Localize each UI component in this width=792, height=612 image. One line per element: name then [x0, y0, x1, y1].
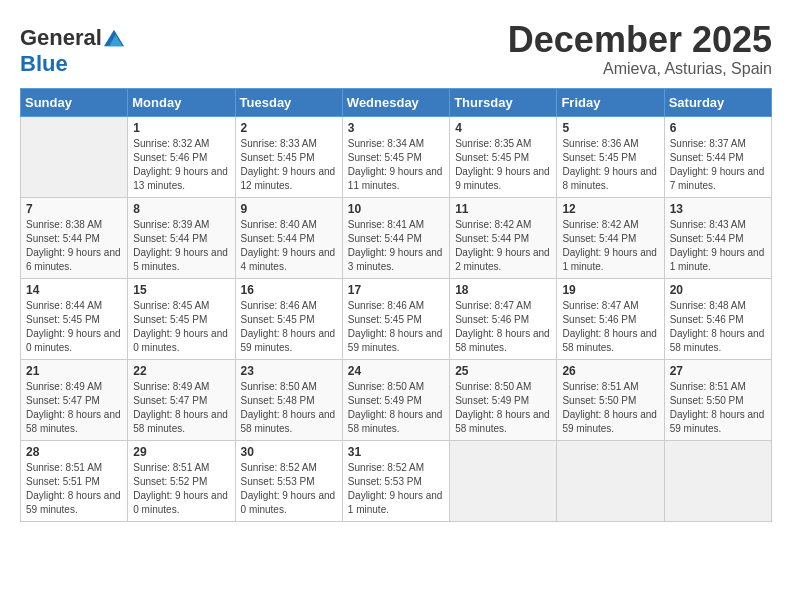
calendar-cell: 30Sunrise: 8:52 AMSunset: 5:53 PMDayligh…	[235, 440, 342, 521]
day-detail: Sunrise: 8:51 AMSunset: 5:50 PMDaylight:…	[670, 380, 766, 436]
day-detail: Sunrise: 8:46 AMSunset: 5:45 PMDaylight:…	[348, 299, 444, 355]
calendar-cell: 19Sunrise: 8:47 AMSunset: 5:46 PMDayligh…	[557, 278, 664, 359]
day-number: 28	[26, 445, 122, 459]
calendar-week-row: 21Sunrise: 8:49 AMSunset: 5:47 PMDayligh…	[21, 359, 772, 440]
calendar-cell	[557, 440, 664, 521]
day-number: 11	[455, 202, 551, 216]
calendar-cell: 6Sunrise: 8:37 AMSunset: 5:44 PMDaylight…	[664, 116, 771, 197]
day-number: 20	[670, 283, 766, 297]
day-detail: Sunrise: 8:32 AMSunset: 5:46 PMDaylight:…	[133, 137, 229, 193]
calendar-cell: 13Sunrise: 8:43 AMSunset: 5:44 PMDayligh…	[664, 197, 771, 278]
day-detail: Sunrise: 8:39 AMSunset: 5:44 PMDaylight:…	[133, 218, 229, 274]
calendar-cell: 21Sunrise: 8:49 AMSunset: 5:47 PMDayligh…	[21, 359, 128, 440]
day-detail: Sunrise: 8:41 AMSunset: 5:44 PMDaylight:…	[348, 218, 444, 274]
calendar-cell: 18Sunrise: 8:47 AMSunset: 5:46 PMDayligh…	[450, 278, 557, 359]
day-number: 2	[241, 121, 337, 135]
day-detail: Sunrise: 8:51 AMSunset: 5:51 PMDaylight:…	[26, 461, 122, 517]
day-detail: Sunrise: 8:52 AMSunset: 5:53 PMDaylight:…	[241, 461, 337, 517]
calendar-cell: 16Sunrise: 8:46 AMSunset: 5:45 PMDayligh…	[235, 278, 342, 359]
calendar-cell: 8Sunrise: 8:39 AMSunset: 5:44 PMDaylight…	[128, 197, 235, 278]
logo-icon	[104, 28, 124, 48]
calendar-cell: 28Sunrise: 8:51 AMSunset: 5:51 PMDayligh…	[21, 440, 128, 521]
day-detail: Sunrise: 8:43 AMSunset: 5:44 PMDaylight:…	[670, 218, 766, 274]
day-detail: Sunrise: 8:51 AMSunset: 5:50 PMDaylight:…	[562, 380, 658, 436]
day-number: 22	[133, 364, 229, 378]
calendar-cell: 25Sunrise: 8:50 AMSunset: 5:49 PMDayligh…	[450, 359, 557, 440]
day-number: 26	[562, 364, 658, 378]
calendar-cell: 5Sunrise: 8:36 AMSunset: 5:45 PMDaylight…	[557, 116, 664, 197]
calendar-cell: 9Sunrise: 8:40 AMSunset: 5:44 PMDaylight…	[235, 197, 342, 278]
day-detail: Sunrise: 8:33 AMSunset: 5:45 PMDaylight:…	[241, 137, 337, 193]
day-number: 30	[241, 445, 337, 459]
day-detail: Sunrise: 8:52 AMSunset: 5:53 PMDaylight:…	[348, 461, 444, 517]
day-number: 6	[670, 121, 766, 135]
page-header: General Blue December 2025 Amieva, Astur…	[20, 20, 772, 78]
calendar-cell: 24Sunrise: 8:50 AMSunset: 5:49 PMDayligh…	[342, 359, 449, 440]
day-detail: Sunrise: 8:51 AMSunset: 5:52 PMDaylight:…	[133, 461, 229, 517]
day-detail: Sunrise: 8:34 AMSunset: 5:45 PMDaylight:…	[348, 137, 444, 193]
calendar-cell: 29Sunrise: 8:51 AMSunset: 5:52 PMDayligh…	[128, 440, 235, 521]
day-number: 14	[26, 283, 122, 297]
day-number: 29	[133, 445, 229, 459]
day-of-week-header: Saturday	[664, 88, 771, 116]
calendar-cell: 10Sunrise: 8:41 AMSunset: 5:44 PMDayligh…	[342, 197, 449, 278]
day-number: 4	[455, 121, 551, 135]
day-number: 21	[26, 364, 122, 378]
day-detail: Sunrise: 8:37 AMSunset: 5:44 PMDaylight:…	[670, 137, 766, 193]
calendar-week-row: 28Sunrise: 8:51 AMSunset: 5:51 PMDayligh…	[21, 440, 772, 521]
day-number: 16	[241, 283, 337, 297]
day-number: 18	[455, 283, 551, 297]
day-number: 12	[562, 202, 658, 216]
day-of-week-header: Monday	[128, 88, 235, 116]
day-number: 9	[241, 202, 337, 216]
day-number: 24	[348, 364, 444, 378]
day-number: 27	[670, 364, 766, 378]
day-detail: Sunrise: 8:42 AMSunset: 5:44 PMDaylight:…	[562, 218, 658, 274]
day-number: 1	[133, 121, 229, 135]
calendar-table: SundayMondayTuesdayWednesdayThursdayFrid…	[20, 88, 772, 522]
calendar-cell: 31Sunrise: 8:52 AMSunset: 5:53 PMDayligh…	[342, 440, 449, 521]
day-detail: Sunrise: 8:50 AMSunset: 5:48 PMDaylight:…	[241, 380, 337, 436]
day-detail: Sunrise: 8:49 AMSunset: 5:47 PMDaylight:…	[26, 380, 122, 436]
logo-general-text: General	[20, 25, 102, 51]
day-detail: Sunrise: 8:50 AMSunset: 5:49 PMDaylight:…	[348, 380, 444, 436]
calendar-cell: 23Sunrise: 8:50 AMSunset: 5:48 PMDayligh…	[235, 359, 342, 440]
calendar-cell: 20Sunrise: 8:48 AMSunset: 5:46 PMDayligh…	[664, 278, 771, 359]
day-of-week-header: Wednesday	[342, 88, 449, 116]
day-detail: Sunrise: 8:46 AMSunset: 5:45 PMDaylight:…	[241, 299, 337, 355]
location-title: Amieva, Asturias, Spain	[508, 60, 772, 78]
calendar-cell: 26Sunrise: 8:51 AMSunset: 5:50 PMDayligh…	[557, 359, 664, 440]
day-of-week-header: Thursday	[450, 88, 557, 116]
day-detail: Sunrise: 8:35 AMSunset: 5:45 PMDaylight:…	[455, 137, 551, 193]
day-detail: Sunrise: 8:44 AMSunset: 5:45 PMDaylight:…	[26, 299, 122, 355]
logo-blue-text: Blue	[20, 51, 68, 77]
day-detail: Sunrise: 8:45 AMSunset: 5:45 PMDaylight:…	[133, 299, 229, 355]
calendar-cell: 3Sunrise: 8:34 AMSunset: 5:45 PMDaylight…	[342, 116, 449, 197]
day-detail: Sunrise: 8:47 AMSunset: 5:46 PMDaylight:…	[562, 299, 658, 355]
day-of-week-header: Tuesday	[235, 88, 342, 116]
calendar-cell: 22Sunrise: 8:49 AMSunset: 5:47 PMDayligh…	[128, 359, 235, 440]
day-detail: Sunrise: 8:50 AMSunset: 5:49 PMDaylight:…	[455, 380, 551, 436]
day-number: 15	[133, 283, 229, 297]
day-detail: Sunrise: 8:40 AMSunset: 5:44 PMDaylight:…	[241, 218, 337, 274]
day-detail: Sunrise: 8:47 AMSunset: 5:46 PMDaylight:…	[455, 299, 551, 355]
calendar-cell: 1Sunrise: 8:32 AMSunset: 5:46 PMDaylight…	[128, 116, 235, 197]
day-number: 5	[562, 121, 658, 135]
calendar-cell	[21, 116, 128, 197]
calendar-cell: 12Sunrise: 8:42 AMSunset: 5:44 PMDayligh…	[557, 197, 664, 278]
calendar-week-row: 14Sunrise: 8:44 AMSunset: 5:45 PMDayligh…	[21, 278, 772, 359]
calendar-cell: 14Sunrise: 8:44 AMSunset: 5:45 PMDayligh…	[21, 278, 128, 359]
day-number: 7	[26, 202, 122, 216]
day-detail: Sunrise: 8:42 AMSunset: 5:44 PMDaylight:…	[455, 218, 551, 274]
day-of-week-header: Sunday	[21, 88, 128, 116]
day-number: 13	[670, 202, 766, 216]
day-number: 3	[348, 121, 444, 135]
day-number: 10	[348, 202, 444, 216]
calendar-week-row: 1Sunrise: 8:32 AMSunset: 5:46 PMDaylight…	[21, 116, 772, 197]
day-number: 17	[348, 283, 444, 297]
calendar-cell: 15Sunrise: 8:45 AMSunset: 5:45 PMDayligh…	[128, 278, 235, 359]
day-detail: Sunrise: 8:38 AMSunset: 5:44 PMDaylight:…	[26, 218, 122, 274]
calendar-cell: 17Sunrise: 8:46 AMSunset: 5:45 PMDayligh…	[342, 278, 449, 359]
calendar-cell: 4Sunrise: 8:35 AMSunset: 5:45 PMDaylight…	[450, 116, 557, 197]
day-number: 23	[241, 364, 337, 378]
